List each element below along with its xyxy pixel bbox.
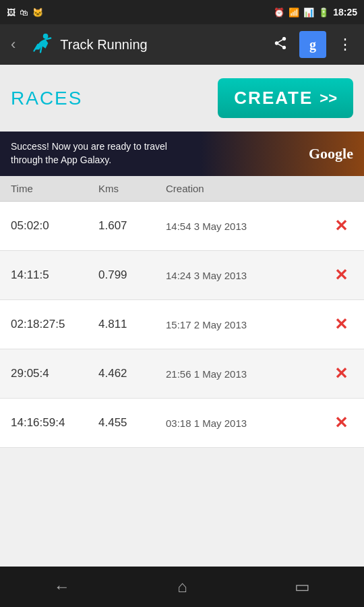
cell-time: 29:05:4 [11, 367, 98, 380]
overflow-menu-button[interactable]: ⋮ [332, 31, 359, 58]
cell-kms: 4.462 [98, 367, 166, 380]
app-title: Track Running [60, 37, 260, 53]
cell-creation: 14:54 3 May 2013 [166, 221, 329, 232]
ad-text: Success! Now you are ready to travel thr… [11, 140, 186, 167]
nav-recents-button[interactable]: ▭ [281, 571, 324, 603]
table-row[interactable]: 14:16:59:4 4.455 03:18 1 May 2013 ✕ [0, 399, 364, 448]
cell-time: 14:11:5 [11, 268, 98, 282]
cell-kms: 4.455 [98, 416, 166, 430]
col-header-time: Time [11, 183, 98, 194]
google-button[interactable]: g [299, 31, 326, 58]
delete-button[interactable]: ✕ [329, 411, 353, 435]
cell-time: 14:16:59:4 [11, 416, 98, 430]
cell-creation: 15:17 2 May 2013 [166, 319, 329, 330]
cell-kms: 0.799 [98, 268, 166, 282]
delete-button[interactable]: ✕ [329, 214, 353, 238]
back-button[interactable]: ‹ [5, 33, 21, 56]
table-row[interactable]: 05:02:0 1.607 14:54 3 May 2013 ✕ [0, 202, 364, 251]
google-label: g [309, 37, 316, 53]
signal-icon: 📊 [303, 7, 314, 18]
app-bar: ‹ Track Running g ⋮ [0, 24, 364, 65]
ad-brand: Google [309, 145, 353, 163]
status-bar-right: ⏰ 📶 📊 🔋 18:25 [274, 7, 357, 18]
delete-icon: ✕ [334, 366, 348, 382]
cell-time: 02:18:27:5 [11, 318, 98, 331]
nav-home-button[interactable]: ⌂ [164, 571, 201, 603]
delete-button[interactable]: ✕ [329, 362, 353, 386]
nav-back-icon: ← [54, 577, 70, 596]
share-icon [273, 36, 288, 54]
nav-home-icon: ⌂ [177, 577, 187, 596]
cell-time: 05:02:0 [11, 219, 98, 233]
delete-button[interactable]: ✕ [329, 263, 353, 287]
table-row[interactable]: 29:05:4 4.462 21:56 1 May 2013 ✕ [0, 349, 364, 399]
svg-point-0 [43, 34, 49, 39]
gallery-icon: 🖼 [7, 7, 16, 18]
face-icon: 🐱 [32, 7, 43, 18]
table-header: Time Kms Creation [0, 176, 364, 202]
bag-icon: 🛍 [20, 7, 28, 18]
cell-creation: 14:24 3 May 2013 [166, 270, 329, 281]
cell-creation: 21:56 1 May 2013 [166, 368, 329, 380]
bottom-nav: ← ⌂ ▭ [0, 567, 364, 607]
races-label: RACES [11, 88, 218, 109]
table-row[interactable]: 14:11:5 0.799 14:24 3 May 2013 ✕ [0, 251, 364, 300]
app-bar-actions: g ⋮ [267, 31, 359, 58]
delete-button[interactable]: ✕ [329, 312, 353, 337]
nav-back-button[interactable]: ← [40, 571, 84, 603]
ad-banner[interactable]: Success! Now you are ready to travel thr… [0, 132, 364, 176]
overflow-icon: ⋮ [334, 33, 357, 56]
status-bar-left: 🖼 🛍 🐱 [7, 7, 43, 18]
col-header-creation: Creation [166, 183, 353, 194]
alarm-icon: ⏰ [274, 7, 284, 18]
delete-icon: ✕ [334, 415, 348, 431]
header-row: RACES CREATE >> [0, 65, 364, 132]
wifi-icon: 📶 [289, 7, 299, 18]
create-button[interactable]: CREATE >> [218, 78, 353, 118]
create-arrows-icon: >> [320, 90, 337, 107]
status-bar: 🖼 🛍 🐱 ⏰ 📶 📊 🔋 18:25 [0, 0, 364, 24]
delete-icon: ✕ [334, 316, 348, 333]
col-header-kms: Kms [98, 183, 166, 194]
nav-recents-icon: ▭ [295, 577, 310, 596]
delete-icon: ✕ [334, 267, 348, 283]
cell-kms: 4.811 [98, 318, 166, 331]
battery-icon: 🔋 [318, 7, 329, 18]
table-row[interactable]: 02:18:27:5 4.811 15:17 2 May 2013 ✕ [0, 300, 364, 349]
app-icon [28, 32, 53, 57]
clock: 18:25 [333, 7, 357, 18]
create-label: CREATE [234, 88, 313, 109]
delete-icon: ✕ [334, 218, 348, 234]
races-list: 05:02:0 1.607 14:54 3 May 2013 ✕ 14:11:5… [0, 202, 364, 448]
cell-kms: 1.607 [98, 219, 166, 233]
runner-icon [28, 32, 53, 57]
cell-creation: 03:18 1 May 2013 [166, 417, 329, 429]
share-button[interactable] [267, 31, 294, 58]
